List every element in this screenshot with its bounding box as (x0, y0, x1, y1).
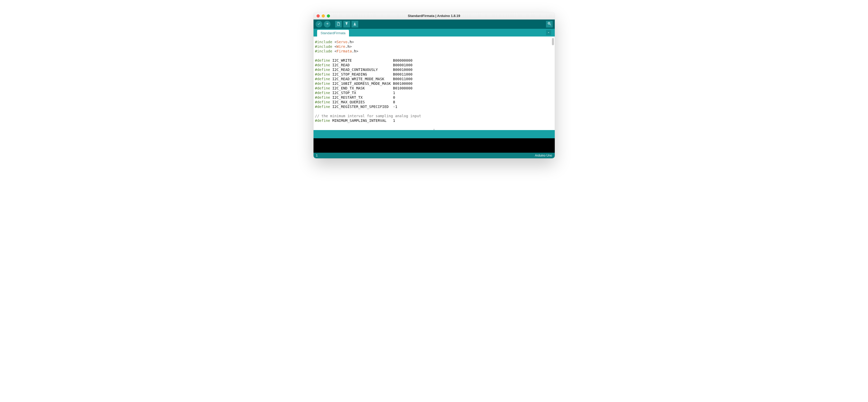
statusbar: 1 Arduino Uno (313, 153, 555, 158)
status-line-number: 1 (316, 154, 318, 157)
arrow-right-icon (326, 22, 329, 27)
chevron-down-icon (547, 30, 550, 35)
grip-dot-icon (433, 129, 435, 130)
maximize-window-button[interactable] (327, 14, 330, 18)
save-sketch-button[interactable] (351, 21, 358, 28)
code-line: #define I2C_END_TX_MASK B01000000 (315, 86, 550, 91)
tab-menu-button[interactable] (546, 30, 551, 35)
vertical-scrollbar[interactable] (551, 36, 555, 129)
code-line: // the minimum interval for sampling ana… (315, 113, 550, 118)
toolbar (313, 20, 555, 29)
open-sketch-button[interactable] (343, 21, 350, 28)
code-line: #define I2C_RESTART_TX 0 (315, 95, 550, 100)
upload-button[interactable] (324, 21, 331, 28)
close-window-button[interactable] (317, 14, 320, 18)
app-window: StandardFirmata | Arduino 1.8.19 (313, 12, 555, 158)
serial-monitor-button[interactable] (546, 21, 553, 28)
arrow-up-icon (345, 22, 348, 27)
code-line: #define I2C_READ_WRITE_MODE_MASK B000110… (315, 77, 550, 81)
tab-standardfirmata[interactable]: StandardFirmata (317, 30, 349, 36)
code-line: #define I2C_REGISTER_NOT_SPECIFIED -1 (315, 104, 550, 109)
traffic-lights (317, 14, 330, 18)
code-line: #include <Servo.h> (315, 40, 550, 44)
window-title: StandardFirmata | Arduino 1.8.19 (313, 14, 555, 18)
code-line: #define I2C_10BIT_ADDRESS_MODE_MASK B001… (315, 81, 550, 86)
code-line: #include <Wire.h> (315, 44, 550, 49)
arrow-down-icon (353, 22, 357, 27)
status-board: Arduino Uno (535, 154, 552, 157)
code-line: #include <Firmata.h> (315, 49, 550, 54)
editor-wrap: #include <Servo.h>#include <Wire.h>#incl… (313, 36, 555, 129)
console-output[interactable] (313, 138, 555, 153)
message-bar (313, 130, 555, 138)
verify-button[interactable] (316, 21, 322, 28)
code-line: #define I2C_READ_CONTINUOUSLY B00010000 (315, 67, 550, 72)
code-line (315, 54, 550, 58)
code-line: #define I2C_MAX_QUERIES 8 (315, 100, 550, 104)
new-sketch-button[interactable] (335, 21, 342, 28)
code-editor[interactable]: #include <Servo.h>#include <Wire.h>#incl… (313, 36, 551, 129)
tabbar: StandardFirmata (313, 29, 555, 36)
titlebar: StandardFirmata | Arduino 1.8.19 (313, 12, 555, 20)
scrollbar-thumb[interactable] (552, 38, 554, 45)
check-icon (317, 22, 321, 27)
code-line: #define I2C_STOP_TX 1 (315, 91, 550, 95)
file-icon (336, 22, 340, 27)
svg-line-3 (550, 24, 551, 25)
magnifier-icon (547, 22, 551, 27)
code-line: #define I2C_STOP_READING B00011000 (315, 72, 550, 77)
code-line: #define MINIMUM_SAMPLING_INTERVAL 1 (315, 118, 550, 123)
code-line: #define I2C_WRITE B00000000 (315, 58, 550, 63)
code-line (315, 109, 550, 113)
minimize-window-button[interactable] (322, 14, 325, 18)
svg-rect-1 (353, 25, 356, 25)
code-line: #define I2C_READ B00001000 (315, 63, 550, 67)
